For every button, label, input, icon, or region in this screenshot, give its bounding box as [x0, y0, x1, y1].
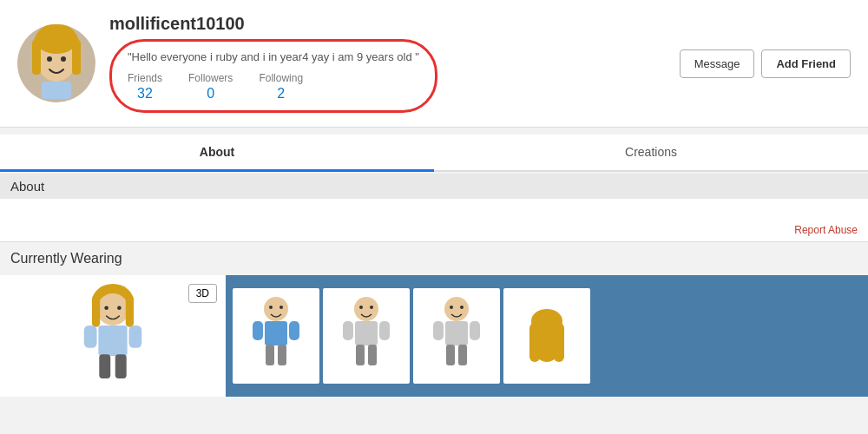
- svg-point-6: [61, 56, 66, 62]
- svg-rect-25: [266, 345, 274, 365]
- svg-point-13: [117, 306, 122, 310]
- svg-rect-24: [289, 321, 299, 340]
- bio-text: "Hello everyone i ruby and i in year4 ya…: [128, 50, 419, 63]
- add-friend-button[interactable]: Add Friend: [761, 49, 851, 78]
- svg-rect-14: [98, 326, 127, 356]
- message-button[interactable]: Message: [680, 49, 755, 78]
- svg-rect-22: [265, 321, 287, 345]
- followers-value: 0: [207, 86, 214, 102]
- svg-rect-10: [92, 295, 100, 327]
- list-item: [413, 288, 500, 384]
- wearing-section-title: Currently Wearing: [0, 242, 868, 272]
- list-item: [503, 288, 590, 384]
- svg-rect-40: [470, 321, 480, 340]
- profile-header: mollificent10100 "Hello everyone i ruby …: [0, 0, 868, 128]
- followers-stat: Followers 0: [188, 72, 233, 102]
- following-label: Following: [259, 72, 303, 84]
- about-content: Report Abuse: [0, 199, 868, 242]
- about-section-title: About: [0, 174, 868, 199]
- wearing-items-grid: [226, 275, 868, 397]
- btn-3d[interactable]: 3D: [188, 284, 217, 303]
- svg-rect-4: [72, 40, 81, 75]
- friends-value: 32: [137, 86, 153, 102]
- wearing-container: 3D: [0, 275, 868, 397]
- svg-rect-23: [253, 321, 263, 340]
- svg-rect-3: [32, 40, 41, 75]
- svg-point-9: [97, 293, 129, 326]
- list-item: [323, 288, 410, 384]
- following-stat: Following 2: [259, 72, 303, 102]
- profile-actions: Message Add Friend: [680, 49, 851, 78]
- svg-point-19: [264, 297, 288, 321]
- svg-point-28: [359, 306, 363, 309]
- svg-rect-39: [433, 321, 444, 340]
- svg-point-29: [370, 306, 373, 309]
- report-abuse-link[interactable]: Report Abuse: [794, 224, 858, 236]
- svg-rect-17: [99, 354, 110, 378]
- svg-rect-30: [355, 321, 378, 345]
- svg-point-20: [269, 306, 273, 309]
- svg-rect-31: [343, 321, 353, 340]
- avatar: [17, 24, 95, 102]
- svg-rect-11: [126, 295, 134, 327]
- svg-rect-32: [379, 321, 390, 340]
- username: mollificent10100: [109, 14, 666, 34]
- svg-point-12: [104, 306, 108, 310]
- svg-rect-18: [115, 354, 127, 378]
- tabs-container: About Creations: [0, 135, 868, 172]
- svg-point-21: [279, 306, 283, 309]
- friends-label: Friends: [128, 72, 162, 84]
- svg-point-36: [450, 306, 453, 309]
- highlight-box: "Hello everyone i ruby and i in year4 ya…: [109, 39, 437, 113]
- svg-point-5: [47, 56, 52, 62]
- svg-rect-7: [42, 82, 71, 99]
- friends-stat: Friends 32: [128, 72, 162, 102]
- tab-creations[interactable]: Creations: [434, 135, 868, 172]
- svg-rect-34: [368, 345, 377, 365]
- profile-info: mollificent10100 "Hello everyone i ruby …: [109, 14, 666, 113]
- tab-about[interactable]: About: [0, 135, 434, 172]
- list-item: [233, 288, 319, 384]
- svg-point-27: [354, 297, 378, 321]
- svg-rect-38: [445, 321, 468, 345]
- svg-rect-16: [128, 326, 141, 348]
- svg-point-35: [444, 297, 469, 321]
- svg-rect-42: [458, 345, 467, 365]
- svg-point-37: [460, 306, 464, 309]
- following-value: 2: [277, 86, 285, 102]
- stats-row: Friends 32 Followers 0 Following 2: [128, 72, 419, 102]
- svg-point-2: [36, 26, 77, 54]
- svg-rect-41: [446, 345, 455, 365]
- svg-rect-26: [278, 345, 286, 365]
- wearing-character-view: 3D: [0, 275, 226, 397]
- followers-label: Followers: [188, 72, 233, 84]
- svg-rect-33: [356, 345, 365, 365]
- svg-rect-15: [84, 326, 97, 348]
- svg-point-46: [531, 309, 562, 333]
